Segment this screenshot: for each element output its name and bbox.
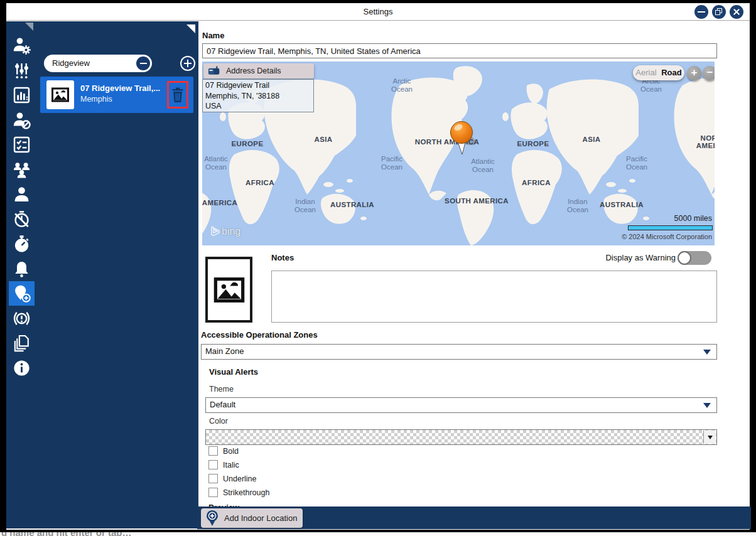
map-scale-bar: [628, 225, 713, 230]
theme-value: Default: [210, 400, 235, 409]
trash-icon: [170, 87, 185, 103]
sidebar-icon-user[interactable]: [9, 182, 35, 206]
checkbox-bold[interactable]: Bold: [208, 446, 239, 456]
background-app-text: g name and hit enter or tab…: [1, 532, 132, 536]
window-title: Settings: [6, 3, 750, 21]
sidebar-icon-user-settings[interactable]: [9, 33, 35, 58]
restore-button[interactable]: [712, 5, 726, 19]
location-image-placeholder[interactable]: [205, 257, 252, 323]
notes-textarea[interactable]: [271, 271, 717, 323]
sidebar-icon-user-blocked[interactable]: [9, 108, 35, 132]
image-placeholder-icon: [51, 85, 70, 104]
search-input[interactable]: [52, 55, 134, 70]
chevron-down-icon: [703, 350, 711, 355]
rail-resize-handle-icon[interactable]: [25, 23, 33, 31]
checkbox-underline[interactable]: Underline: [208, 474, 257, 483]
minimize-button[interactable]: [694, 5, 708, 19]
zones-label: Accessible Operational Zones: [201, 330, 318, 340]
checkbox-box[interactable]: [208, 488, 218, 497]
address-line: 07 Ridgeview Trail: [205, 80, 311, 91]
sidebar-icon-alert[interactable]: [9, 306, 35, 331]
bing-label: bing: [222, 226, 240, 237]
location-thumbnail: [46, 80, 74, 109]
sidebar-icon-bar-chart[interactable]: [9, 83, 35, 107]
add-indoor-location-button[interactable]: Add Indoor Location: [201, 508, 303, 528]
user-icon: [13, 185, 31, 203]
location-subtitle: Memphis: [80, 95, 112, 104]
map-pin-icon: [448, 114, 477, 156]
bing-logo: bing: [211, 226, 240, 237]
user-blocked-icon: [13, 111, 31, 129]
name-label: Name: [202, 31, 224, 40]
visual-alerts-heading: Visual Alerts: [209, 367, 258, 377]
add-indoor-location-label: Add Indoor Location: [224, 513, 297, 523]
map-view-toggle[interactable]: Aerial Road: [633, 65, 684, 80]
checklist-icon: [13, 136, 31, 154]
sidebar-icon-documents[interactable]: [9, 331, 35, 355]
sidebar-icon-team[interactable]: [9, 158, 35, 182]
address-details-button[interactable]: Address Details: [203, 63, 314, 78]
color-dropdown-button[interactable]: [703, 431, 716, 444]
checkbox-strikethrough[interactable]: Strikethrough: [208, 488, 269, 497]
sidebar-region: 07 Ridgeview Trail,... Memphis: [6, 21, 198, 528]
settings-window: Settings: [5, 2, 751, 531]
address-box: 07 Ridgeview TrailMemphis, TN, '38188USA: [202, 79, 314, 112]
bar-chart-icon: [13, 86, 31, 104]
image-placeholder-icon: [213, 274, 246, 306]
bottom-bar: Add Indoor Location: [197, 507, 751, 529]
checkbox-box[interactable]: [208, 446, 218, 456]
sidebar-icon-bell[interactable]: [9, 257, 35, 281]
theme-dropdown[interactable]: Default: [205, 397, 717, 413]
color-dropdown[interactable]: [205, 429, 717, 445]
display-as-warning-toggle[interactable]: [678, 251, 711, 265]
checkbox-box[interactable]: [208, 474, 218, 483]
location-search: [44, 55, 152, 72]
add-location-button[interactable]: [180, 56, 195, 71]
minimize-icon: [698, 11, 705, 13]
location-add-icon: [13, 284, 31, 303]
road-option[interactable]: Road: [661, 68, 682, 77]
documents-icon: [13, 334, 31, 352]
checkbox-box[interactable]: [208, 460, 218, 469]
address-details-label: Address Details: [226, 67, 281, 75]
close-button[interactable]: [730, 5, 743, 19]
aerial-option[interactable]: Aerial: [635, 68, 656, 77]
title-bar: Settings: [6, 3, 750, 21]
color-label: Color: [209, 417, 228, 426]
delete-location-button[interactable]: [167, 81, 188, 109]
search-clear-button[interactable]: [136, 56, 150, 70]
sidebar-icon-sliders[interactable]: [9, 58, 35, 83]
sidebar-icon-timer[interactable]: [9, 207, 35, 232]
panel-resize-handle-icon[interactable]: [186, 24, 195, 33]
map-canvas[interactable]: Arctic OceanArctic OceanEUROPEASIANORTH …: [202, 62, 715, 245]
sidebar-icon-location-add[interactable]: [9, 281, 35, 306]
location-list-item[interactable]: 07 Ridgeview Trail,... Memphis: [40, 77, 193, 113]
stopwatch-icon: [13, 235, 31, 253]
name-input[interactable]: [202, 43, 717, 58]
chevron-down-icon: [703, 403, 711, 408]
map-copyright: © 2024 Microsoft Corporation: [622, 233, 712, 240]
mailbox-icon: [208, 66, 220, 76]
alert-icon: [13, 309, 31, 328]
sidebar-icon-info[interactable]: [9, 356, 35, 380]
bing-icon: [211, 227, 220, 237]
map-zoom-in-button[interactable]: +: [687, 66, 701, 80]
map-scale-text: 5000 miles: [674, 214, 712, 223]
checkbox-label: Italic: [223, 461, 239, 469]
map-zoom-out-button[interactable]: −: [703, 66, 715, 80]
user-settings-icon: [13, 36, 31, 55]
checkbox-label: Strikethrough: [223, 488, 269, 497]
location-pin-add-icon: [205, 510, 219, 527]
zones-dropdown[interactable]: Main Zone: [201, 344, 717, 360]
minus-icon: [140, 63, 147, 64]
theme-label: Theme: [209, 385, 234, 394]
sliders-icon: [13, 62, 31, 80]
address-line: Memphis, TN, '38188: [205, 91, 311, 102]
bell-icon: [13, 260, 31, 278]
background-app-strip: g name and hit enter or tab…: [0, 532, 756, 536]
sidebar-icon-stopwatch[interactable]: [9, 232, 35, 256]
zones-value: Main Zone: [205, 346, 244, 356]
checkbox-italic[interactable]: Italic: [208, 460, 239, 469]
notes-label: Notes: [271, 253, 294, 262]
sidebar-icon-checklist[interactable]: [9, 132, 35, 157]
